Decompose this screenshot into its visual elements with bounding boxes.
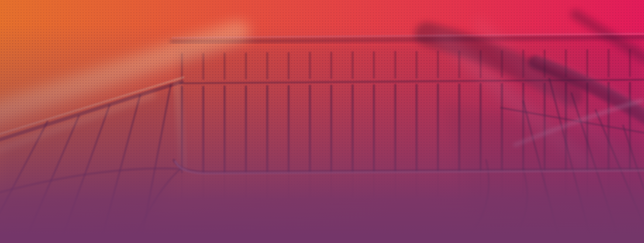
purple-bottom-fade bbox=[0, 0, 644, 243]
hero-background bbox=[0, 0, 644, 243]
